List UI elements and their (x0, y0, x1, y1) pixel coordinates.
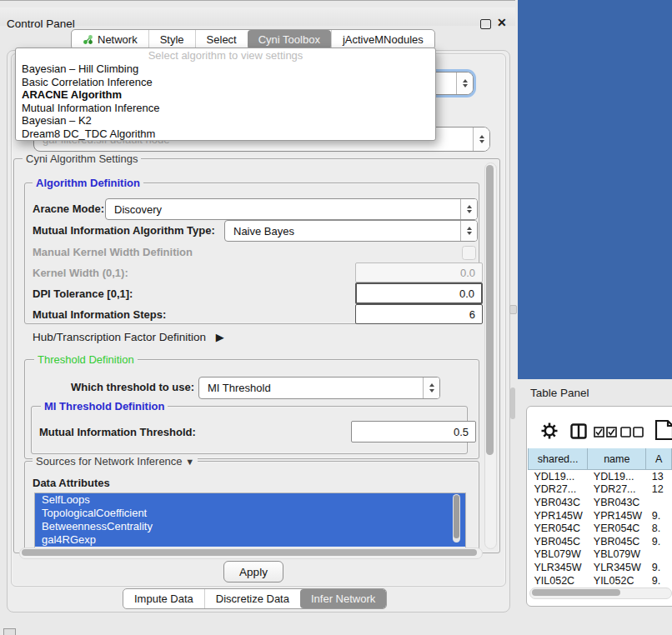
manual-kernel-checkbox[interactable] (462, 246, 476, 260)
control-panel-top-border (0, 0, 515, 1)
split-columns-icon[interactable] (570, 423, 587, 442)
bottom-tab-discretize-data[interactable]: Discretize Data (204, 589, 300, 608)
which-threshold-value: MI Threshold (199, 382, 423, 394)
algorithm-option-basic-correlation-inference[interactable]: Basic Correlation Inference (16, 76, 435, 89)
table-cell: YBR045C (529, 535, 588, 548)
column-header-name[interactable]: name (588, 448, 646, 470)
settings-vscrollbar-thumb[interactable] (486, 165, 494, 455)
bottom-tab-impute-data[interactable]: Impute Data (123, 589, 204, 608)
mi-algorithm-type-combobox[interactable]: Naive Bayes (224, 220, 478, 242)
table-cell: 9. (646, 561, 672, 574)
algorithm-option-bayesian-hill-climbing[interactable]: Bayesian – Hill Climbing (16, 62, 435, 76)
kernel-width-label: Kernel Width (0,1): (33, 267, 128, 279)
table-cell: 9. (646, 509, 672, 522)
table-cell: YDR27... (529, 483, 588, 497)
tab-select[interactable]: Select (195, 30, 248, 49)
manual-kernel-label: Manual Kernel Width Definition (33, 246, 193, 258)
float-window-icon[interactable] (480, 19, 491, 29)
table-cell: YPR145W (588, 509, 646, 522)
table-cell: 13 (646, 470, 672, 483)
sources-title-text: Sources for Network Inference (36, 455, 183, 468)
mi-threshold-value: 0.5 (454, 426, 469, 438)
table-panel-title: Table Panel (530, 387, 589, 399)
bottom-tab-infer-network[interactable]: Infer Network (300, 589, 386, 608)
table-cell: YBR043C (529, 496, 588, 509)
table-cell: 9. (646, 574, 672, 584)
algorithm-option-bayesian-k2[interactable]: Bayesian – K2 (16, 114, 435, 128)
column-header-shared[interactable]: shared... (529, 448, 588, 470)
settings-horizontal-scrollbar[interactable] (19, 548, 483, 559)
panel-divider-grip[interactable] (509, 305, 517, 314)
table-row[interactable]: YDR27...YDR27...12 (529, 483, 672, 497)
collapsed-panel-icon[interactable] (3, 628, 16, 635)
table-cell: YBR043C (588, 496, 646, 509)
bottom-tab-label: Infer Network (311, 592, 375, 605)
attribute-item-gal4rgexp[interactable]: gal4RGexp (35, 533, 465, 547)
column-header-a[interactable]: A (646, 448, 672, 470)
dpi-tolerance-input[interactable]: 0.0 (355, 282, 483, 304)
tab-cyni-toolbox[interactable]: Cyni Toolbox (248, 30, 331, 49)
table-hscrollbar-thumb[interactable] (532, 589, 620, 596)
table-row[interactable]: YBR045CYBR045C9. (529, 535, 672, 548)
table-icon[interactable] (654, 419, 672, 444)
expand-triangle-icon: ▶ (216, 331, 224, 343)
kernel-width-input[interactable]: 0.0 (355, 262, 483, 282)
table-cell (646, 548, 672, 562)
table-cell: 9. (646, 535, 672, 548)
settings-vertical-scrollbar[interactable] (484, 162, 497, 549)
mi-algorithm-type-value: Naive Bayes (225, 225, 460, 238)
mi-steps-input[interactable]: 6 (355, 304, 483, 324)
table-row[interactable]: YBL079WYBL079W (529, 548, 672, 562)
table-cell: YDL19... (529, 470, 588, 483)
table-row[interactable]: YDL19...YDL19...13 (529, 470, 672, 483)
tab-style[interactable]: Style (148, 30, 195, 49)
collapse-triangle-icon[interactable]: ▼ (185, 457, 194, 467)
table-row[interactable]: YPR145WYPR145W9. (529, 509, 672, 522)
table-cell: YDR27... (588, 483, 646, 497)
attribute-item-topologicalcoefficient[interactable]: TopologicalCoefficient (35, 507, 465, 520)
control-panel-title: Control Panel (7, 18, 75, 30)
tab-label: Select (207, 33, 237, 46)
table-row[interactable]: YLR345WYLR345W9. (529, 561, 672, 574)
mi-steps-label: Mutual Information Steps: (33, 308, 166, 321)
table-row[interactable]: YIL052CYIL052C9. (529, 574, 672, 584)
bottom-tab-label: Impute Data (134, 592, 193, 605)
table-cell (646, 496, 672, 509)
apply-button[interactable]: Apply (223, 561, 283, 582)
algorithm-option-aracne-algorithm[interactable]: ARACNE Algorithm (16, 88, 435, 102)
node-table[interactable]: shared...nameAYDL19...YDL19...13YDR27...… (528, 448, 672, 584)
tab-network[interactable]: Network (72, 30, 148, 49)
attribute-item-selfloops[interactable]: SelfLoops (35, 493, 465, 507)
gear-icon[interactable] (540, 422, 559, 443)
mi-threshold-input[interactable]: 0.5 (351, 421, 476, 442)
algorithm-option-mutual-information-inference[interactable]: Mutual Information Inference (16, 102, 435, 115)
hub-expander[interactable]: Hub/Transcription Factor Definition ▶ (33, 331, 224, 343)
network-view-frame: GALGAL80GAL10GAL1GAL11SWI4GAL4GCY1HAP4YH… (518, 0, 672, 379)
close-icon[interactable]: ✕ (497, 16, 507, 29)
attributes-scrollbar-thumb[interactable] (454, 495, 459, 538)
table-cell: YPR145W (529, 509, 588, 522)
which-threshold-combobox[interactable]: MI Threshold (198, 377, 440, 399)
data-attributes-label: Data Attributes (33, 477, 110, 489)
tab-jactivemnodules[interactable]: jActiveMNodules (331, 30, 434, 49)
data-attributes-list[interactable]: SelfLoopsTopologicalCoefficientBetweenne… (34, 492, 466, 549)
divider-scrollbar-thumb[interactable] (510, 388, 515, 419)
combobox-stepper-icon (423, 378, 439, 398)
checked-checkbox-icon[interactable] (594, 426, 617, 441)
unchecked-checkbox-icon[interactable] (620, 426, 644, 441)
settings-hscrollbar-thumb[interactable] (22, 549, 477, 556)
combobox-stepper-icon (456, 72, 473, 94)
table-cell: YLR345W (588, 561, 646, 574)
algorithm-dropdown-popup: Select algorithm to view settings Bayesi… (15, 48, 436, 141)
algorithm-option-dream8-dc-tdc-algorithm[interactable]: Dream8 DC_TDC Algorithm (16, 128, 435, 141)
table-cell: YBL079W (588, 548, 646, 562)
aracne-mode-combobox[interactable]: Discovery (105, 198, 478, 220)
attribute-item-betweennesscentrality[interactable]: BetweennessCentrality (35, 520, 465, 533)
table-cell: YER054C (529, 522, 588, 535)
kernel-width-value: 0.0 (460, 267, 475, 279)
control-panel-titlebar: Control Panel ✕ (0, 8, 515, 26)
attributes-list-scrollbar[interactable] (453, 494, 460, 542)
table-row[interactable]: YER054CYER054C8. (529, 522, 672, 535)
table-row[interactable]: YBR043CYBR043C (529, 496, 672, 509)
table-horizontal-scrollbar[interactable] (529, 588, 672, 599)
